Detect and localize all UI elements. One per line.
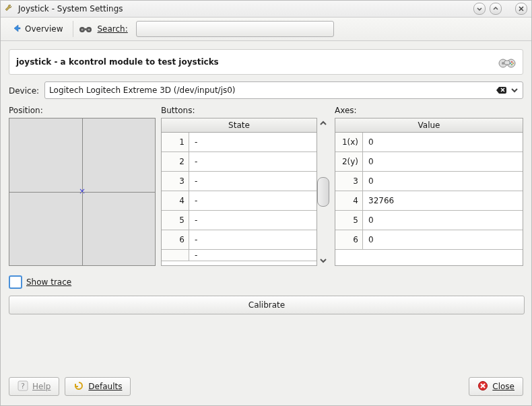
- buttons-column: Buttons: State 1-2-3-4-5-6--: [161, 106, 329, 289]
- footer: ? Help Defaults Close: [9, 377, 523, 396]
- svg-point-12: [512, 63, 514, 64]
- table-row[interactable]: 6-: [162, 230, 317, 250]
- toolbar: Overview Search:: [1, 18, 531, 41]
- position-label: Position:: [9, 106, 156, 115]
- svg-point-8: [502, 62, 504, 65]
- cell-value: -: [189, 191, 317, 210]
- row-number: 4: [162, 191, 189, 210]
- module-title: joystick - a kcontrol module to test joy…: [16, 57, 219, 67]
- table-row[interactable]: 60: [335, 230, 523, 250]
- search-input[interactable]: [136, 21, 334, 37]
- svg-rect-7: [504, 61, 510, 65]
- window-title: Joystick - System Settings: [18, 4, 123, 13]
- search-label: Search:: [98, 24, 128, 34]
- back-arrow-icon: [11, 23, 22, 36]
- svg-point-10: [510, 63, 511, 64]
- device-label: Device:: [9, 85, 39, 96]
- cell-value: 0: [363, 230, 523, 249]
- cell-value: 32766: [363, 191, 523, 210]
- module-header: joystick - a kcontrol module to test joy…: [9, 49, 523, 75]
- show-trace-checkbox[interactable]: [9, 275, 22, 289]
- clear-input-icon[interactable]: [496, 84, 508, 98]
- row-number: 5: [335, 211, 363, 230]
- defaults-label: Defaults: [88, 382, 122, 391]
- cell-value: 0: [363, 211, 523, 230]
- row-number: 4: [335, 191, 363, 210]
- row-number: 3: [162, 172, 189, 191]
- table-row[interactable]: 4-: [162, 191, 317, 211]
- window: Joystick - System Settings Overview Sear…: [0, 0, 532, 406]
- wrench-icon: [5, 4, 14, 13]
- axes-table[interactable]: Value 1(x)02(y)0304327665060: [335, 118, 523, 266]
- binoculars-icon: [79, 23, 92, 36]
- show-trace-label[interactable]: Show trace: [26, 277, 71, 287]
- position-column: Position: × Show trace: [9, 106, 156, 289]
- close-round-icon: [477, 380, 488, 393]
- row-number: 5: [162, 211, 189, 230]
- calibrate-label: Calibrate: [248, 300, 285, 310]
- axes-column: Axes: Value 1(x)02(y)0304327665060: [335, 106, 523, 289]
- help-button[interactable]: ? Help: [9, 377, 59, 396]
- scroll-down-icon[interactable]: [319, 257, 327, 265]
- svg-rect-2: [84, 28, 88, 30]
- minimize-icon: [477, 6, 482, 11]
- close-label: Close: [492, 382, 514, 391]
- table-row[interactable]: 1(x)0: [335, 133, 523, 152]
- toolbar-separator: [73, 21, 73, 37]
- cell-value: 0: [363, 172, 523, 191]
- columns: Position: × Show trace Buttons: State 1-…: [9, 106, 523, 289]
- overview-button[interactable]: Overview: [7, 20, 67, 38]
- chevron-down-icon[interactable]: [510, 86, 519, 96]
- buttons-scrollbar[interactable]: [317, 118, 329, 266]
- table-row[interactable]: 432766: [335, 191, 523, 211]
- buttons-label: Buttons:: [161, 106, 329, 115]
- row-number: 2(y): [335, 152, 363, 171]
- row-number: 1(x): [335, 133, 363, 151]
- cell-value: 0: [363, 133, 523, 151]
- table-row[interactable]: 30: [335, 172, 523, 191]
- reset-arrow-icon: [73, 380, 84, 393]
- defaults-button[interactable]: Defaults: [65, 377, 131, 396]
- close-icon: [519, 6, 524, 11]
- window-minimize-button[interactable]: [473, 3, 486, 15]
- buttons-header: State: [162, 119, 317, 133]
- row-number: 6: [162, 230, 189, 249]
- axes-label: Axes:: [335, 106, 523, 115]
- device-combobox[interactable]: Logitech Logitech Extreme 3D (/dev/input…: [44, 81, 523, 99]
- row-number: 6: [335, 230, 363, 249]
- show-trace-row: Show trace: [9, 275, 156, 289]
- row-number: 2: [162, 152, 189, 171]
- window-maximize-button[interactable]: [490, 3, 502, 15]
- help-label: Help: [32, 382, 51, 391]
- content-area: joystick - a kcontrol module to test joy…: [1, 41, 531, 314]
- row-number: 1: [162, 133, 189, 151]
- scroll-thumb[interactable]: [317, 177, 329, 207]
- cell-value: -: [189, 133, 317, 151]
- svg-point-11: [511, 64, 512, 65]
- close-button[interactable]: Close: [469, 377, 523, 396]
- row-number: 3: [335, 172, 363, 191]
- cell-value: -: [189, 172, 317, 191]
- table-row[interactable]: 2-: [162, 152, 317, 172]
- svg-point-3: [81, 28, 83, 30]
- cell-value: -: [189, 211, 317, 230]
- table-row[interactable]: 50: [335, 211, 523, 230]
- svg-text:?: ?: [21, 382, 25, 391]
- position-display: ×: [9, 118, 156, 266]
- maximize-icon: [493, 6, 498, 11]
- table-row[interactable]: 3-: [162, 172, 317, 191]
- table-row[interactable]: 2(y)0: [335, 152, 523, 172]
- window-close-button[interactable]: [515, 3, 527, 15]
- buttons-table[interactable]: State 1-2-3-4-5-6--: [161, 118, 317, 266]
- joystick-icon: [498, 55, 516, 70]
- svg-point-9: [511, 61, 512, 63]
- table-row[interactable]: 5-: [162, 211, 317, 230]
- titlebar[interactable]: Joystick - System Settings: [1, 1, 531, 18]
- device-selected: Logitech Logitech Extreme 3D (/dev/input…: [49, 86, 235, 95]
- calibrate-button[interactable]: Calibrate: [9, 296, 525, 314]
- scroll-up-icon[interactable]: [319, 119, 327, 127]
- axes-header: Value: [335, 119, 523, 133]
- position-marker: ×: [79, 187, 86, 196]
- device-row: Device: Logitech Logitech Extreme 3D (/d…: [9, 81, 523, 99]
- table-row[interactable]: 1-: [162, 133, 317, 152]
